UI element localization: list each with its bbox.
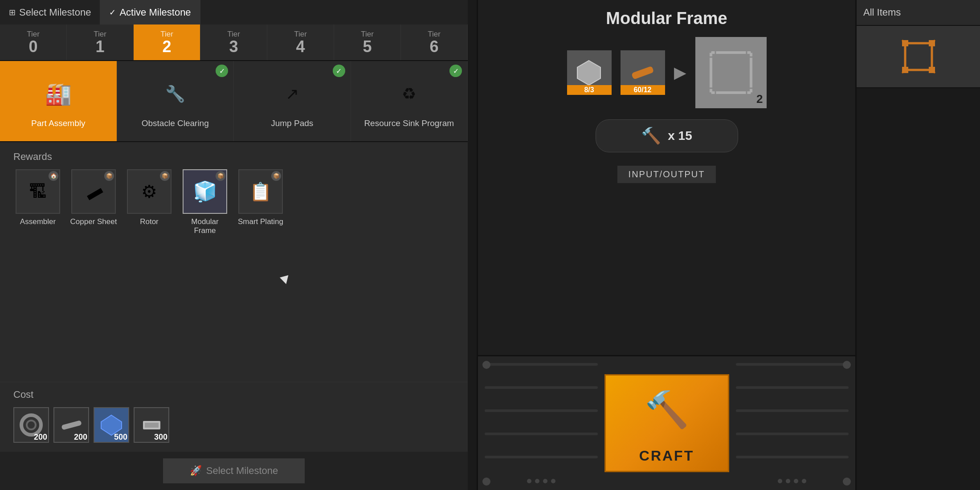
craft-dot xyxy=(802,479,806,483)
top-tabs: ⊞ Select Milestone ✓ Active Milestone xyxy=(0,0,468,24)
modular-frame-icon-box: 🧊 📦 xyxy=(183,169,227,214)
tier-6[interactable]: Tier 6 xyxy=(401,24,468,60)
rewards-grid: 🏗 🏠 Assembler ▬ 📦 Copper Sheet ⚙ 📦 Rotor xyxy=(13,169,454,235)
reward-modular-frame[interactable]: 🧊 📦 Modular Frame xyxy=(180,169,229,235)
tier-2[interactable]: Tier 2 xyxy=(134,24,200,60)
craft-bottom-area: 🔨 CRAFT xyxy=(478,356,855,490)
craft-dot xyxy=(794,479,798,483)
svg-rect-2 xyxy=(61,420,82,430)
right-panel: Modular Frame 8/3 60/12 ▶ xyxy=(477,0,855,490)
grid-icon: ⊞ xyxy=(9,8,16,17)
reward-rotor[interactable]: ⚙ 📦 Rotor xyxy=(125,169,174,235)
corner-dot-tl xyxy=(482,361,490,369)
select-milestone-button[interactable]: 🚀 Select Milestone xyxy=(163,458,305,483)
vent-line xyxy=(736,409,849,412)
corner-dot-bl xyxy=(482,478,490,486)
cost-plate: 300 xyxy=(134,407,169,443)
tab-active-milestone[interactable]: ✓ Active Milestone xyxy=(100,0,200,24)
jump-pads-icon: ↗ xyxy=(272,74,312,114)
craft-dot xyxy=(786,479,790,483)
hammer-cost-icon: 🔨 xyxy=(641,127,661,145)
rewards-section: Rewards 🏗 🏠 Assembler ▬ 📦 Copper Sheet ⚙ xyxy=(0,142,468,382)
svg-rect-24 xyxy=(902,67,908,73)
milestone-part-assembly[interactable]: 🏭 Part Assembly xyxy=(0,61,117,141)
craft-button[interactable]: 🔨 CRAFT xyxy=(604,374,729,472)
part-assembly-icon: 🏭 xyxy=(38,74,78,114)
output-count: 2 xyxy=(756,92,763,106)
copper-sheet-icon: ▬ xyxy=(82,180,105,204)
craft-cost-text: x 15 xyxy=(668,129,692,143)
ingredient-2: 60/12 xyxy=(621,50,665,95)
rewards-title: Rewards xyxy=(13,151,454,163)
craft-dots-right xyxy=(736,479,849,483)
craft-recipe-area: 8/3 60/12 ▶ 2 xyxy=(487,37,846,108)
craft-item-title: Modular Frame xyxy=(487,9,846,28)
craft-dot xyxy=(551,479,555,483)
item-thumbnail[interactable] xyxy=(857,26,980,88)
tier-4[interactable]: Tier 4 xyxy=(267,24,334,60)
left-panel: ⊞ Select Milestone ✓ Active Milestone Ti… xyxy=(0,0,468,490)
arrow-icon: ▶ xyxy=(674,63,686,82)
corner-dot-br xyxy=(843,478,851,486)
craft-right-vent xyxy=(729,356,856,490)
reward-smart-plating[interactable]: 📋 📦 Smart Plating xyxy=(236,169,285,235)
obstacle-clearing-icon: 🔧 xyxy=(155,74,195,114)
cost-section: Cost 200 200 500 xyxy=(0,382,468,452)
milestone-row: 🏭 Part Assembly ✓ 🔧 Obstacle Clearing ✓ … xyxy=(0,61,468,142)
svg-point-0 xyxy=(21,415,41,435)
cost-items: 200 200 500 300 xyxy=(13,407,454,443)
svg-rect-22 xyxy=(902,40,908,46)
ingredient-1: 8/3 xyxy=(567,50,612,95)
completed-badge-3: ✓ xyxy=(449,65,462,77)
cost-wire: 500 xyxy=(94,407,129,443)
milestone-jump-pads[interactable]: ✓ ↗ Jump Pads xyxy=(234,61,351,141)
tier-3[interactable]: Tier 3 xyxy=(200,24,267,60)
far-right-panel: All Items xyxy=(855,0,980,490)
svg-point-1 xyxy=(27,421,36,429)
craft-dot xyxy=(535,479,539,483)
resource-sink-icon: ♻ xyxy=(389,74,429,114)
vent-line xyxy=(736,386,849,389)
craft-dot xyxy=(527,479,531,483)
rotor-icon: ⚙ xyxy=(141,181,157,202)
cost-cable: 200 xyxy=(13,407,49,443)
vent-line xyxy=(485,433,598,435)
tier-row: Tier 0 Tier 1 Tier 2 Tier 3 Tier 4 Tier … xyxy=(0,24,468,61)
craft-label: CRAFT xyxy=(639,448,694,464)
reward-copper-sheet[interactable]: ▬ 📦 Copper Sheet xyxy=(69,169,118,235)
svg-rect-7 xyxy=(631,65,654,79)
cost-title: Cost xyxy=(13,389,454,400)
craft-hammer-icon: 🔨 xyxy=(645,389,689,431)
rocket-icon: 🚀 xyxy=(190,465,202,477)
item-badge-3: 📦 xyxy=(216,171,225,181)
svg-rect-25 xyxy=(929,67,935,73)
vent-line xyxy=(485,456,598,458)
item-badge-4: 📦 xyxy=(271,171,281,181)
tab-select-milestone[interactable]: ⊞ Select Milestone xyxy=(0,0,100,24)
tier-5[interactable]: Tier 5 xyxy=(334,24,401,60)
vent-line xyxy=(485,363,598,366)
completed-badge-2: ✓ xyxy=(333,65,345,77)
craft-top: Modular Frame 8/3 60/12 ▶ xyxy=(478,0,855,356)
craft-dot xyxy=(778,479,782,483)
svg-rect-5 xyxy=(145,423,159,428)
craft-left-vent xyxy=(478,356,604,490)
reward-assembler[interactable]: 🏗 🏠 Assembler xyxy=(13,169,62,235)
assembler-icon: 🏗 xyxy=(29,182,47,202)
modular-frame-icon: 🧊 xyxy=(193,180,217,203)
svg-rect-23 xyxy=(929,40,935,46)
milestone-resource-sink[interactable]: ✓ ♻ Resource Sink Program xyxy=(351,61,468,141)
tier-0[interactable]: Tier 0 xyxy=(0,24,67,60)
completed-badge: ✓ xyxy=(216,65,228,77)
rotor-icon-box: ⚙ 📦 xyxy=(127,169,172,214)
ingredient-2-count: 60/12 xyxy=(621,85,665,95)
vent-line xyxy=(485,386,598,389)
item-badge: 📦 xyxy=(104,171,114,181)
tier-1[interactable]: Tier 1 xyxy=(67,24,134,60)
all-items-header: All Items xyxy=(857,0,980,26)
building-badge: 🏠 xyxy=(49,171,58,181)
milestone-obstacle-clearing[interactable]: ✓ 🔧 Obstacle Clearing xyxy=(117,61,234,141)
scrollbar[interactable] xyxy=(468,0,477,490)
svg-marker-6 xyxy=(577,61,600,85)
cost-iron-rod: 200 xyxy=(53,407,89,443)
